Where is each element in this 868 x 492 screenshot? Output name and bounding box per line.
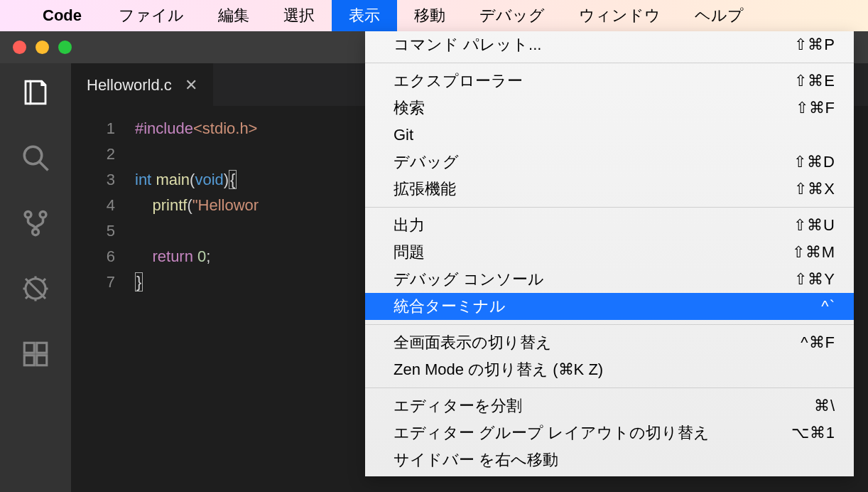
menu-separator xyxy=(365,63,854,63)
svg-point-4 xyxy=(33,229,39,235)
menu-problems[interactable]: 問題 ⇧⌘M xyxy=(365,239,854,266)
line-number: 5 xyxy=(71,218,115,244)
svg-rect-7 xyxy=(24,355,34,365)
search-icon[interactable] xyxy=(21,143,50,173)
menu-integrated-terminal[interactable]: 統合ターミナル ^` xyxy=(365,293,854,320)
macos-menubar: Code ファイル 編集 選択 表示 移動 デバッグ ウィンドウ ヘルプ xyxy=(0,0,868,31)
menu-git[interactable]: Git xyxy=(365,122,854,149)
line-number: 1 xyxy=(71,116,115,141)
svg-point-3 xyxy=(40,211,46,218)
menu-debug-view[interactable]: デバッグ ⇧⌘D xyxy=(365,149,854,176)
tab-filename: Helloworld.c xyxy=(87,76,172,95)
minimize-window-button[interactable] xyxy=(36,41,49,54)
extensions-icon[interactable] xyxy=(21,339,50,369)
menu-output[interactable]: 出力 ⇧⌘U xyxy=(365,212,854,239)
menu-go[interactable]: 移動 xyxy=(397,0,462,31)
menu-separator xyxy=(365,387,854,388)
svg-rect-8 xyxy=(37,355,47,365)
menu-toggle-zen[interactable]: Zen Mode の切り替え (⌘K Z) xyxy=(365,356,854,383)
svg-rect-9 xyxy=(37,343,47,353)
menubar-app-name[interactable]: Code xyxy=(43,6,82,25)
menu-toggle-fullscreen[interactable]: 全画面表示の切り替え ^⌘F xyxy=(365,329,854,356)
menu-help[interactable]: ヘルプ xyxy=(678,0,761,31)
line-number: 4 xyxy=(71,193,115,218)
maximize-window-button[interactable] xyxy=(58,41,72,54)
menu-move-sidebar[interactable]: サイドバー を右へ移動 xyxy=(365,446,854,474)
menu-search[interactable]: 検索 ⇧⌘F xyxy=(365,95,854,122)
menu-debug[interactable]: デバッグ xyxy=(462,0,562,31)
menu-extensions[interactable]: 拡張機能 ⇧⌘X xyxy=(365,176,854,203)
menu-select[interactable]: 選択 xyxy=(266,0,332,31)
tab-helloworld[interactable]: Helloworld.c ✕ xyxy=(71,63,213,106)
line-number: 6 xyxy=(71,244,115,269)
line-number: 7 xyxy=(71,269,115,295)
menu-separator xyxy=(365,207,854,208)
menu-edit[interactable]: 編集 xyxy=(201,0,266,31)
menu-toggle-editor-layout[interactable]: エディター グループ レイアウトの切り替え ⌥⌘1 xyxy=(365,419,854,446)
svg-point-2 xyxy=(25,211,31,218)
svg-rect-6 xyxy=(24,343,34,353)
menu-file[interactable]: ファイル xyxy=(102,0,201,31)
view-menu-dropdown: コマンド パレット... ⇧⌘P エクスプローラー ⇧⌘E 検索 ⇧⌘F Git… xyxy=(365,31,854,476)
debug-icon[interactable] xyxy=(21,274,50,304)
menu-command-palette[interactable]: コマンド パレット... ⇧⌘P xyxy=(365,31,854,58)
menu-split-editor[interactable]: エディターを分割 ⌘\ xyxy=(365,392,854,419)
menu-debug-console[interactable]: デバッグ コンソール ⇧⌘Y xyxy=(365,266,854,293)
line-number-gutter: 1 2 3 4 5 6 7 xyxy=(71,116,135,295)
svg-line-1 xyxy=(39,161,48,170)
tab-close-icon[interactable]: ✕ xyxy=(185,76,197,95)
activity-bar xyxy=(0,63,71,492)
menu-window[interactable]: ウィンドウ xyxy=(562,0,678,31)
menu-view[interactable]: 表示 xyxy=(332,0,397,31)
line-number: 3 xyxy=(71,167,115,193)
menu-separator xyxy=(365,324,854,325)
line-number: 2 xyxy=(71,141,115,167)
svg-point-0 xyxy=(24,146,42,164)
source-control-icon[interactable] xyxy=(21,208,50,238)
explorer-icon[interactable] xyxy=(21,77,50,107)
menu-explorer[interactable]: エクスプローラー ⇧⌘E xyxy=(365,68,854,95)
close-window-button[interactable] xyxy=(13,41,26,54)
window-controls xyxy=(13,41,72,54)
